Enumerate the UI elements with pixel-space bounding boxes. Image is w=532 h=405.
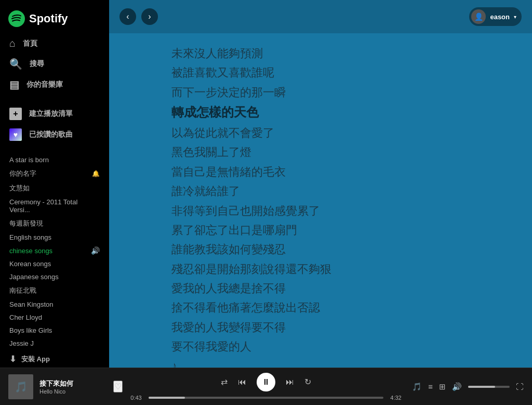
lyric-line-l11: 誰能教我該如何變殘忍	[171, 240, 480, 259]
playlist-label-ceremony: Ceremony - 2011 Total Versi...	[9, 198, 100, 214]
lyric-line-l1: 未來沒人能夠預測	[171, 44, 480, 63]
lyric-line-l13: 愛我的人我總是捨不得	[171, 279, 480, 298]
back-button[interactable]: ‹	[119, 8, 136, 25]
lyrics-area[interactable]: 未來沒人能夠預測被誰喜歡又喜歡誰呢而下一步決定的那一瞬轉成怎樣的天色以為從此就不…	[109, 33, 532, 368]
lyric-line-l17: ♪	[171, 360, 480, 368]
create-playlist-action[interactable]: + 建立播放清單	[0, 103, 109, 124]
search-icon: 🔍	[9, 58, 22, 70]
active-icon-chinese-songs: 🔊	[91, 246, 100, 255]
shuffle-button[interactable]: ⇄	[221, 377, 228, 387]
fullscreen-button[interactable]: ⛶	[516, 382, 524, 391]
sidebar-item-home[interactable]: ⌂ 首頁	[4, 33, 105, 54]
progress-fill	[149, 397, 185, 399]
lyric-line-l15: 我愛的人我變得要不得	[171, 318, 480, 337]
lyric-line-l14: 捨不得看他痛著怎麼說出否認	[171, 298, 480, 317]
forward-button[interactable]: ›	[141, 8, 158, 25]
user-name: eason	[490, 13, 510, 21]
volume-slider[interactable]	[468, 386, 510, 388]
lyric-line-l10: 累了卻忘了出口是哪扇門	[171, 220, 480, 240]
like-button[interactable]: ♡	[113, 381, 123, 393]
playlist-label-korean-songs: Korean songs	[9, 260, 51, 268]
user-menu[interactable]: 👤 eason ▾	[469, 7, 522, 26]
lyric-line-l3: 而下一步決定的那一瞬	[171, 83, 480, 102]
sidebar-item-search-label: 搜尋	[30, 59, 44, 69]
playlist-label-japanese-songs: Japanese songs	[9, 273, 59, 281]
track-info: 接下來如何 Hello Nico	[39, 379, 107, 395]
lyric-line-l6: 黑色我關上了燈	[171, 142, 480, 162]
player-controls: ⇄ ⏮ ⏸ ⏭ ↻ 0:43 4:32	[128, 373, 404, 401]
notification-icon-your-name: 🔔	[92, 170, 100, 177]
logo: Spotify	[0, 0, 109, 33]
sidebar-playlist-jessie-j[interactable]: Jessie J	[0, 337, 109, 350]
download-icon: ⬇	[9, 354, 16, 364]
liked-songs-action[interactable]: ♥ 已按讚的歌曲	[0, 124, 109, 145]
main-nav: ⌂ 首頁 🔍 搜尋 ▤ 你的音樂庫	[0, 33, 109, 95]
total-time: 4:32	[388, 395, 404, 401]
lyric-line-l4: 轉成怎樣的天色	[171, 102, 480, 123]
play-pause-button[interactable]: ⏸	[257, 373, 275, 391]
liked-songs-label: 已按讚的歌曲	[29, 130, 73, 139]
track-name: 接下來如何	[39, 379, 107, 388]
sidebar-playlist-english-songs[interactable]: English songs	[0, 231, 109, 244]
player-bar: 🎵 接下來如何 Hello Nico ♡ ⇄ ⏮ ⏸ ⏭ ↻ 0:43 4:32…	[0, 368, 532, 405]
lyrics-button[interactable]: 🎵	[412, 382, 422, 391]
lyric-line-l7: 當自己是無情緒的毛衣	[171, 162, 480, 181]
sidebar-playlist-cher-lloyd[interactable]: Cher Lloyd	[0, 311, 109, 324]
sidebar-playlist-wen-hui-ru[interactable]: 文慧如	[0, 181, 109, 195]
sidebar-playlist-boys-like-girls[interactable]: Boys like Girls	[0, 324, 109, 337]
playlist-label-jessie-j: Jessie J	[9, 339, 34, 347]
lyric-line-l8: 誰冷就給誰了	[171, 181, 480, 201]
volume-fill	[468, 386, 495, 388]
track-artist: Hello Nico	[39, 388, 107, 395]
avatar: 👤	[471, 9, 486, 24]
lyric-line-l9: 非得等到自己也開始感覺累了	[171, 201, 480, 220]
playlist-label-boys-like-girls: Boys like Girls	[9, 326, 52, 334]
install-app-action[interactable]: ⬇ 安裝 App	[0, 350, 109, 368]
lyric-line-l16: 要不得我愛的人	[171, 337, 480, 356]
playlist-label-wen-hui-ru: 文慧如	[9, 184, 30, 193]
player-track: 🎵 接下來如何 Hello Nico ♡	[8, 374, 123, 399]
install-app-label: 安裝 App	[21, 355, 50, 364]
playlist-label-nan-zheng-bei-zhan: 南征北戰	[9, 286, 36, 295]
player-right-controls: 🎵 ≡ ⊞ 🔊 ⛶	[409, 382, 524, 391]
sidebar-playlist-ceremony[interactable]: Ceremony - 2011 Total Versi...	[0, 195, 109, 216]
playlist-label-your-name: 你的名字	[9, 169, 36, 178]
next-button[interactable]: ⏭	[286, 377, 294, 387]
liked-songs-icon: ♥	[9, 128, 22, 141]
album-art: 🎵	[8, 374, 33, 399]
sidebar-item-library-label: 你的音樂庫	[26, 80, 63, 89]
svg-point-0	[8, 10, 25, 27]
current-time: 0:43	[128, 395, 144, 401]
logo-text: Spotify	[29, 12, 68, 25]
sidebar-playlist-a-star-is-born[interactable]: A star is born	[0, 153, 109, 166]
prev-button[interactable]: ⏮	[238, 377, 246, 387]
sidebar-item-library[interactable]: ▤ 你的音樂庫	[4, 74, 105, 95]
sidebar-playlist-korean-songs[interactable]: Korean songs	[0, 257, 109, 270]
queue-button[interactable]: ≡	[428, 382, 433, 391]
lyrics-container: 未來沒人能夠預測被誰喜歡又喜歡誰呢而下一步決定的那一瞬轉成怎樣的天色以為從此就不…	[171, 44, 480, 368]
playlist-label-cher-lloyd: Cher Lloyd	[9, 313, 42, 321]
nav-buttons: ‹ ›	[119, 8, 158, 25]
devices-button[interactable]: ⊞	[439, 382, 446, 391]
sidebar-playlist-chinese-songs[interactable]: chinese songs🔊	[0, 244, 109, 257]
playlist-label-sean-kingston: Sean Kingston	[9, 301, 54, 308]
lyric-line-l12: 殘忍卻是開始那刻說得還不夠狠	[171, 259, 480, 279]
main-content: ‹ › 👤 eason ▾ 未來沒人能夠預測被誰喜歡又喜歡誰呢而下一步決定的那一…	[109, 0, 532, 368]
sidebar-playlist-japanese-songs[interactable]: Japanese songs	[0, 270, 109, 283]
volume-button[interactable]: 🔊	[452, 382, 462, 391]
progress-track[interactable]	[149, 397, 383, 399]
playlist-list: A star is born你的名字🔔文慧如Ceremony - 2011 To…	[0, 153, 109, 350]
playlist-label-english-songs: English songs	[9, 233, 51, 241]
playlist-label-weekly: 每週新發現	[9, 219, 43, 228]
create-playlist-icon: +	[9, 108, 22, 120]
sidebar-playlist-sean-kingston[interactable]: Sean Kingston	[0, 298, 109, 311]
sidebar-playlist-nan-zheng-bei-zhan[interactable]: 南征北戰	[0, 283, 109, 298]
sidebar-playlist-weekly[interactable]: 每週新發現	[0, 216, 109, 231]
sidebar-playlist-your-name[interactable]: 你的名字🔔	[0, 166, 109, 181]
sidebar-item-search[interactable]: 🔍 搜尋	[4, 54, 105, 74]
create-playlist-label: 建立播放清單	[29, 109, 73, 119]
progress-bar-container: 0:43 4:32	[128, 395, 404, 401]
playlist-label-a-star-is-born: A star is born	[9, 156, 49, 164]
repeat-button[interactable]: ↻	[304, 377, 311, 387]
playlist-label-chinese-songs: chinese songs	[9, 247, 52, 255]
